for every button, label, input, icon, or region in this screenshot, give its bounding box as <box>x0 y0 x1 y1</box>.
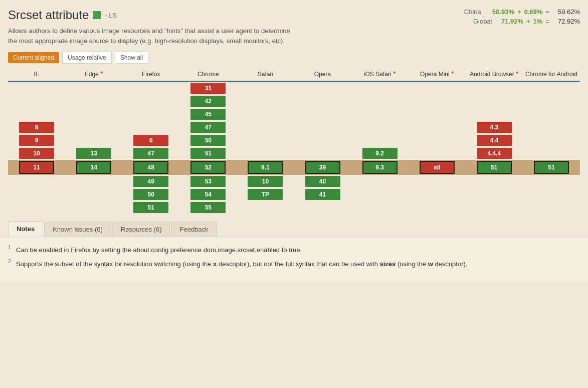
ie-cell <box>8 188 65 201</box>
chrome-cell: 31 <box>179 81 237 95</box>
china-label: China <box>464 8 489 16</box>
opera-cell <box>294 121 351 134</box>
th-ios-safari: iOS Safari * <box>351 68 409 81</box>
usage-relative-button[interactable]: Usage relative <box>62 52 112 64</box>
safari-cell <box>237 147 294 160</box>
android-cell <box>466 95 523 108</box>
china-percent1: 58.93% <box>492 8 514 16</box>
china-eq: = <box>545 8 549 16</box>
chrome-version: 54 <box>190 189 226 200</box>
current-aligned-button[interactable]: Current aligned <box>8 52 59 63</box>
android-browser-asterisk: * <box>516 70 518 78</box>
note-1-text: Can be enabled in Firefox by setting the… <box>16 245 300 255</box>
th-opera: Opera <box>294 68 351 81</box>
chrome-android-cell <box>523 147 580 160</box>
opera-mini-current-version: all <box>420 161 455 174</box>
opera-cell: 41 <box>294 188 351 201</box>
th-chrome: Chrome <box>179 68 237 81</box>
ie-cell <box>8 81 65 95</box>
global-label: Global <box>473 18 498 25</box>
safari-version: 10 <box>248 176 283 187</box>
android-cell <box>466 108 523 121</box>
edge-cell <box>65 175 122 188</box>
chrome-cell: 51 <box>179 147 237 160</box>
safari-cell <box>237 134 294 147</box>
ie-cell: 10 <box>8 147 65 160</box>
edge-cell <box>65 201 122 214</box>
ie-cell-current: 11 <box>8 160 65 175</box>
ie-cell: 9 <box>8 134 65 147</box>
firefox-cell <box>122 108 179 121</box>
table-row: 50 54 TP 41 <box>8 188 580 201</box>
table-row: 45 <box>8 108 580 121</box>
ie-cell: 8 <box>8 121 65 134</box>
chrome-android-cell <box>523 134 580 147</box>
ios-safari-cell <box>351 188 409 201</box>
android-cell: 4.4 <box>466 134 523 147</box>
ls-label: - LS <box>105 12 117 19</box>
firefox-cell: 49 <box>122 175 179 188</box>
table-row: 42 <box>8 95 580 108</box>
ie-version: 10 <box>19 148 54 159</box>
chrome-android-cell <box>523 201 580 214</box>
stats-section: China 58.93% + 0.69% = 59.62% Global 71.… <box>464 8 580 27</box>
edge-cell <box>65 134 122 147</box>
firefox-cell <box>122 121 179 134</box>
show-all-button[interactable]: Show all <box>115 52 148 64</box>
android-cell-current: 51 <box>466 160 523 175</box>
opera-cell <box>294 108 351 121</box>
android-current-version: 51 <box>477 161 512 174</box>
ie-cell <box>8 175 65 188</box>
firefox-cell: 6 <box>122 134 179 147</box>
ie-current-version: 11 <box>19 161 54 174</box>
firefox-version: 47 <box>133 148 168 159</box>
firefox-cell: 47 <box>122 147 179 160</box>
ie-cell <box>8 95 65 108</box>
tab-known-issues[interactable]: Known issues (0) <box>44 222 111 237</box>
android-cell <box>466 175 523 188</box>
global-stats-row: Global 71.92% + 1% = 72.92% <box>464 18 580 25</box>
ios-safari-asterisk: * <box>393 70 396 78</box>
chrome-version: 51 <box>190 148 226 159</box>
opera-cell <box>294 147 351 160</box>
edge-cell <box>65 81 122 95</box>
table-row: 51 55 <box>8 201 580 214</box>
chrome-android-cell <box>523 188 580 201</box>
android-cell: 4.3 <box>466 121 523 134</box>
chrome-cell: 47 <box>179 121 237 134</box>
th-firefox: Firefox <box>122 68 179 81</box>
ios-cell-current: 9.3 <box>351 160 409 175</box>
global-percent1: 71.92% <box>501 18 523 25</box>
chrome-version: 47 <box>190 122 226 133</box>
tabs-row: Notes Known issues (0) Resources (6) Fee… <box>8 221 580 237</box>
edge-cell-current: 14 <box>65 160 122 175</box>
browser-table: IE Edge * Firefox Chrome Safari Opera iO… <box>8 68 580 214</box>
safari-cell <box>237 121 294 134</box>
tab-feedback[interactable]: Feedback <box>171 222 217 237</box>
safari-cell-current: 9.1 <box>237 160 294 175</box>
main-container: Srcset attribute - LS Allows authors to … <box>0 0 588 237</box>
edge-version: 13 <box>76 148 111 159</box>
android-cell <box>466 188 523 201</box>
chrome-cell: 45 <box>179 108 237 121</box>
edge-cell: 13 <box>65 147 122 160</box>
safari-version: TP <box>248 189 283 200</box>
global-eq: = <box>545 18 549 25</box>
global-percent2: 1% <box>533 18 543 25</box>
ios-safari-cell <box>351 81 409 95</box>
firefox-cell: 50 <box>122 188 179 201</box>
tab-notes[interactable]: Notes <box>8 221 43 237</box>
chrome-cell-current: 52 <box>179 160 237 175</box>
chrome-cell: 55 <box>179 201 237 214</box>
th-chrome-android: Chrome for Android <box>523 68 580 81</box>
opera-mini-cell <box>409 134 466 147</box>
ie-cell <box>8 108 65 121</box>
safari-cell <box>237 201 294 214</box>
chrome-cell: 53 <box>179 175 237 188</box>
android-version: 4.4.4 <box>477 148 512 159</box>
th-android-browser: Android Browser * <box>466 68 523 81</box>
android-cell: 4.4.4 <box>466 147 523 160</box>
firefox-current-version: 48 <box>133 161 168 174</box>
tab-resources[interactable]: Resources (6) <box>112 222 170 237</box>
chrome-cell: 54 <box>179 188 237 201</box>
